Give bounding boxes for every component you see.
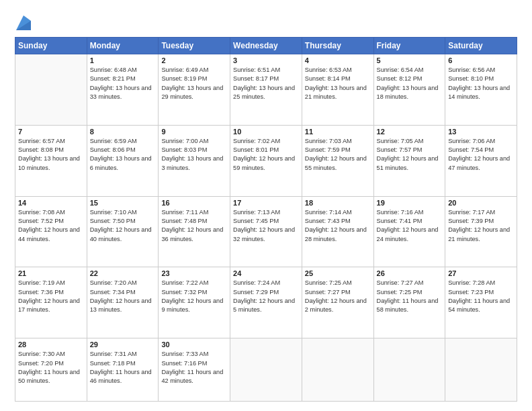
calendar-cell: 27Sunrise: 7:28 AMSunset: 7:23 PMDayligh… <box>445 267 517 338</box>
day-number: 23 <box>161 269 227 277</box>
day-number: 27 <box>448 269 514 277</box>
calendar-cell: 13Sunrise: 7:06 AMSunset: 7:54 PMDayligh… <box>445 125 517 196</box>
weekday-header: Sunday <box>15 38 87 54</box>
day-info: Sunrise: 7:19 AMSunset: 7:36 PMDaylight:… <box>18 279 84 314</box>
day-number: 18 <box>305 199 371 207</box>
day-number: 16 <box>161 199 227 207</box>
day-info: Sunrise: 7:11 AMSunset: 7:48 PMDaylight:… <box>161 208 227 244</box>
calendar-cell: 29Sunrise: 7:31 AMSunset: 7:18 PMDayligh… <box>87 338 159 402</box>
day-number: 7 <box>18 128 84 136</box>
day-number: 20 <box>448 199 514 207</box>
day-number: 28 <box>18 340 84 349</box>
weekday-header: Thursday <box>302 38 373 54</box>
calendar-cell: 3Sunrise: 6:51 AMSunset: 8:17 PMDaylight… <box>230 54 302 126</box>
day-info: Sunrise: 7:20 AMSunset: 7:34 PMDaylight:… <box>90 279 156 314</box>
day-number: 26 <box>377 269 443 277</box>
day-number: 10 <box>233 128 299 136</box>
day-info: Sunrise: 7:03 AMSunset: 7:59 PMDaylight:… <box>305 137 371 173</box>
day-info: Sunrise: 6:48 AMSunset: 8:21 PMDaylight:… <box>90 66 156 101</box>
day-number: 19 <box>377 199 443 207</box>
day-info: Sunrise: 7:22 AMSunset: 7:32 PMDaylight:… <box>161 279 227 314</box>
calendar-cell: 17Sunrise: 7:13 AMSunset: 7:45 PMDayligh… <box>230 196 302 267</box>
calendar-cell: 22Sunrise: 7:20 AMSunset: 7:34 PMDayligh… <box>87 267 159 338</box>
calendar-header-row: SundayMondayTuesdayWednesdayThursdayFrid… <box>15 38 517 54</box>
calendar-cell: 4Sunrise: 6:53 AMSunset: 8:14 PMDaylight… <box>302 54 373 126</box>
day-info: Sunrise: 7:25 AMSunset: 7:27 PMDaylight:… <box>305 279 371 314</box>
day-number: 17 <box>233 199 299 207</box>
calendar-cell: 19Sunrise: 7:16 AMSunset: 7:41 PMDayligh… <box>373 196 445 267</box>
day-number: 24 <box>233 269 299 277</box>
week-row: 14Sunrise: 7:08 AMSunset: 7:52 PMDayligh… <box>15 196 517 267</box>
calendar-cell: 8Sunrise: 6:59 AMSunset: 8:06 PMDaylight… <box>87 125 159 196</box>
day-number: 4 <box>305 56 371 64</box>
day-info: Sunrise: 7:02 AMSunset: 8:01 PMDaylight:… <box>233 137 299 173</box>
calendar-cell: 10Sunrise: 7:02 AMSunset: 8:01 PMDayligh… <box>230 125 302 196</box>
day-number: 14 <box>18 199 84 207</box>
day-number: 5 <box>377 56 443 64</box>
day-number: 30 <box>161 340 227 349</box>
day-info: Sunrise: 6:49 AMSunset: 8:19 PMDaylight:… <box>161 66 227 101</box>
calendar-cell <box>302 338 373 402</box>
calendar-cell: 7Sunrise: 6:57 AMSunset: 8:08 PMDaylight… <box>15 125 87 196</box>
day-number: 8 <box>90 128 156 136</box>
day-info: Sunrise: 7:24 AMSunset: 7:29 PMDaylight:… <box>233 279 299 314</box>
calendar-cell <box>445 338 517 402</box>
day-info: Sunrise: 7:28 AMSunset: 7:23 PMDaylight:… <box>448 279 514 314</box>
day-info: Sunrise: 7:13 AMSunset: 7:45 PMDaylight:… <box>233 208 299 244</box>
day-info: Sunrise: 7:16 AMSunset: 7:41 PMDaylight:… <box>377 208 443 244</box>
day-number: 11 <box>305 128 371 136</box>
week-row: 28Sunrise: 7:30 AMSunset: 7:20 PMDayligh… <box>15 338 517 402</box>
day-info: Sunrise: 7:14 AMSunset: 7:43 PMDaylight:… <box>305 208 371 244</box>
day-info: Sunrise: 7:10 AMSunset: 7:50 PMDaylight:… <box>90 208 156 244</box>
week-row: 21Sunrise: 7:19 AMSunset: 7:36 PMDayligh… <box>15 267 517 338</box>
day-info: Sunrise: 6:59 AMSunset: 8:06 PMDaylight:… <box>90 137 156 173</box>
calendar-cell: 1Sunrise: 6:48 AMSunset: 8:21 PMDaylight… <box>87 54 159 126</box>
calendar-cell: 20Sunrise: 7:17 AMSunset: 7:39 PMDayligh… <box>445 196 517 267</box>
calendar-cell <box>230 338 302 402</box>
calendar-cell: 26Sunrise: 7:27 AMSunset: 7:25 PMDayligh… <box>373 267 445 338</box>
day-number: 22 <box>90 269 156 277</box>
calendar-cell: 15Sunrise: 7:10 AMSunset: 7:50 PMDayligh… <box>87 196 159 267</box>
day-number: 29 <box>90 340 156 349</box>
week-row: 7Sunrise: 6:57 AMSunset: 8:08 PMDaylight… <box>15 125 517 196</box>
calendar-cell: 11Sunrise: 7:03 AMSunset: 7:59 PMDayligh… <box>302 125 373 196</box>
day-number: 12 <box>377 128 443 136</box>
day-info: Sunrise: 6:51 AMSunset: 8:17 PMDaylight:… <box>233 66 299 101</box>
day-info: Sunrise: 7:08 AMSunset: 7:52 PMDaylight:… <box>18 208 84 244</box>
calendar-cell <box>15 54 87 126</box>
day-number: 13 <box>448 128 514 136</box>
calendar-cell: 21Sunrise: 7:19 AMSunset: 7:36 PMDayligh… <box>15 267 87 338</box>
day-number: 9 <box>161 128 227 136</box>
day-info: Sunrise: 7:31 AMSunset: 7:18 PMDaylight:… <box>90 350 156 385</box>
day-info: Sunrise: 7:05 AMSunset: 7:57 PMDaylight:… <box>377 137 443 173</box>
weekday-header: Saturday <box>445 38 517 54</box>
logo <box>15 15 31 30</box>
calendar-cell: 16Sunrise: 7:11 AMSunset: 7:48 PMDayligh… <box>159 196 230 267</box>
calendar-table: SundayMondayTuesdayWednesdayThursdayFrid… <box>15 37 517 402</box>
day-number: 2 <box>161 56 227 64</box>
page: SundayMondayTuesdayWednesdayThursdayFrid… <box>0 0 532 411</box>
week-row: 1Sunrise: 6:48 AMSunset: 8:21 PMDaylight… <box>15 54 517 126</box>
weekday-header: Wednesday <box>230 38 302 54</box>
logo-icon <box>16 15 31 30</box>
day-info: Sunrise: 7:33 AMSunset: 7:16 PMDaylight:… <box>161 350 227 385</box>
calendar-cell: 6Sunrise: 6:56 AMSunset: 8:10 PMDaylight… <box>445 54 517 126</box>
weekday-header: Friday <box>373 38 445 54</box>
calendar-cell: 9Sunrise: 7:00 AMSunset: 8:03 PMDaylight… <box>159 125 230 196</box>
day-number: 15 <box>90 199 156 207</box>
day-number: 6 <box>448 56 514 64</box>
day-info: Sunrise: 7:27 AMSunset: 7:25 PMDaylight:… <box>377 279 443 314</box>
day-info: Sunrise: 6:54 AMSunset: 8:12 PMDaylight:… <box>377 66 443 101</box>
day-info: Sunrise: 6:53 AMSunset: 8:14 PMDaylight:… <box>305 66 371 101</box>
day-info: Sunrise: 6:56 AMSunset: 8:10 PMDaylight:… <box>448 66 514 101</box>
calendar-cell: 14Sunrise: 7:08 AMSunset: 7:52 PMDayligh… <box>15 196 87 267</box>
calendar-cell: 25Sunrise: 7:25 AMSunset: 7:27 PMDayligh… <box>302 267 373 338</box>
header <box>15 12 517 30</box>
calendar-cell: 23Sunrise: 7:22 AMSunset: 7:32 PMDayligh… <box>159 267 230 338</box>
weekday-header: Monday <box>87 38 159 54</box>
calendar-cell: 18Sunrise: 7:14 AMSunset: 7:43 PMDayligh… <box>302 196 373 267</box>
day-info: Sunrise: 7:17 AMSunset: 7:39 PMDaylight:… <box>448 208 514 244</box>
calendar-cell: 12Sunrise: 7:05 AMSunset: 7:57 PMDayligh… <box>373 125 445 196</box>
calendar-cell: 2Sunrise: 6:49 AMSunset: 8:19 PMDaylight… <box>159 54 230 126</box>
day-info: Sunrise: 7:30 AMSunset: 7:20 PMDaylight:… <box>18 350 84 385</box>
